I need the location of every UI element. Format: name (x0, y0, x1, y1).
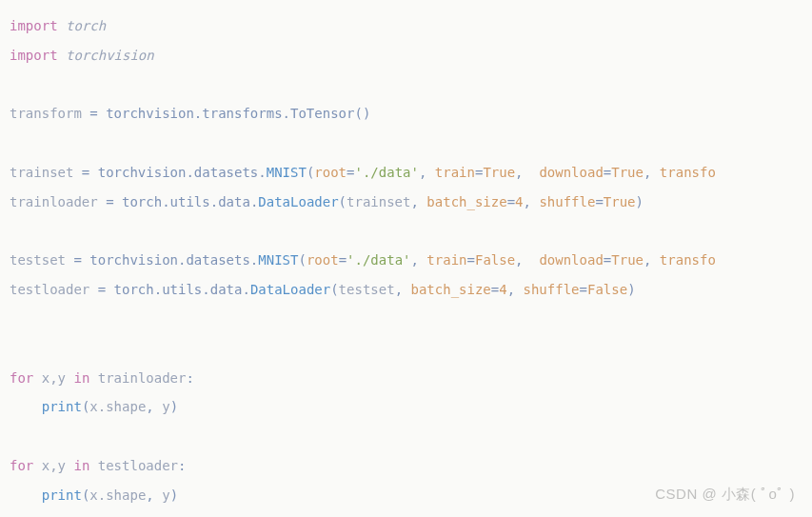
identifier: y (162, 399, 169, 414)
comma: , (146, 487, 162, 503)
code-block: import torch import torchvision transfor… (10, 11, 812, 510)
attribute-chain: torchvision.transforms.ToTensor (106, 106, 354, 121)
identifier: x,y (42, 458, 66, 473)
bool-literal: False (587, 282, 627, 297)
blank-line (10, 305, 812, 334)
comma: , (515, 252, 539, 268)
identifier: y (162, 487, 169, 503)
bool-literal: True (604, 194, 636, 209)
kwarg: transfo (660, 252, 716, 268)
blank-line (10, 217, 812, 247)
identifier: testset (10, 252, 73, 268)
keyword-for: for (10, 370, 33, 386)
identifier: x,y (42, 370, 66, 386)
operator-assign: = (604, 165, 611, 180)
watermark-text: CSDN @ 小森( ﾟoﾟ ) (655, 478, 795, 509)
operator-assign: = (98, 282, 114, 297)
module-name: torchvision (66, 48, 154, 63)
kwarg: root (307, 252, 339, 268)
operator-assign: = (507, 194, 515, 209)
code-line: import torchvision (10, 41, 812, 70)
code-line: transform = torchvision.transforms.ToTen… (10, 99, 812, 129)
paren: ( (298, 252, 306, 268)
identifier: trainset (10, 165, 82, 180)
blank-line (10, 334, 812, 364)
operator-assign: = (595, 194, 603, 209)
kwarg: download (539, 165, 603, 180)
kwarg: train (426, 252, 466, 268)
kwarg: shuffle (524, 282, 580, 297)
identifier: testset (339, 282, 395, 297)
number-literal: 4 (515, 194, 523, 209)
operator-assign: = (106, 194, 122, 209)
blank-line (10, 129, 812, 158)
keyword-for: for (10, 458, 33, 473)
comma: , (419, 165, 435, 180)
comma: , (524, 194, 540, 209)
number-literal: 4 (499, 282, 506, 297)
operator-assign: = (82, 165, 98, 180)
identifier: testloader (10, 282, 98, 297)
comma: , (146, 399, 162, 414)
identifier: trainloader (98, 370, 187, 386)
blank-line (10, 70, 812, 100)
bool-literal: True (611, 252, 644, 268)
attribute-chain: torchvision.datasets. (89, 252, 258, 268)
call-name: print (42, 487, 82, 503)
paren: () (354, 106, 370, 121)
code-line: import torch (10, 11, 812, 41)
operator-assign: = (89, 106, 106, 121)
bool-literal: True (483, 165, 515, 180)
call-name: DataLoader (258, 194, 338, 209)
call-name: print (42, 399, 82, 414)
blank-line (10, 422, 812, 451)
indent (10, 399, 42, 414)
code-line: trainloader = torch.utils.data.DataLoade… (10, 188, 812, 217)
operator-assign: = (580, 282, 587, 297)
identifier: transform (10, 106, 89, 121)
attribute-chain: torch.utils.data. (114, 282, 250, 297)
indent (10, 487, 42, 503)
kwarg: batch_size (410, 282, 490, 297)
comma: , (644, 165, 660, 180)
comma: , (395, 282, 411, 297)
operator-assign: = (73, 252, 89, 268)
kwarg: shuffle (539, 194, 595, 209)
kwarg: download (539, 252, 603, 268)
kwarg: train (435, 165, 475, 180)
comma: , (515, 165, 539, 180)
identifier: trainloader (10, 194, 106, 209)
operator-assign: = (339, 252, 347, 268)
kwarg: transfo (660, 165, 716, 180)
keyword-in: in (73, 370, 89, 386)
module-name: torch (66, 18, 106, 33)
paren: ) (170, 487, 178, 503)
paren: ) (170, 399, 178, 414)
operator-assign: = (467, 252, 475, 268)
comma: , (411, 252, 427, 268)
call-name: DataLoader (250, 282, 330, 297)
keyword-import: import (10, 18, 58, 33)
kwarg: root (314, 165, 347, 180)
space (33, 458, 41, 473)
attribute-chain: torch.utils.data. (122, 194, 258, 209)
identifier: testloader (98, 458, 178, 473)
keyword-import: import (10, 48, 58, 63)
space (89, 370, 97, 386)
operator-assign: = (491, 282, 499, 297)
identifier: x.shape (89, 487, 146, 503)
string-literal: './data' (347, 252, 410, 268)
paren: ) (627, 282, 635, 297)
identifier: trainset (347, 194, 410, 209)
paren: ) (636, 194, 644, 209)
code-line: testset = torchvision.datasets.MNIST(roo… (10, 246, 812, 275)
comma: , (410, 194, 426, 209)
code-line: testloader = torch.utils.data.DataLoader… (10, 275, 812, 305)
call-name: MNIST (258, 252, 298, 268)
bool-literal: True (611, 165, 644, 180)
code-line: for x,y in trainloader: (10, 364, 812, 393)
call-name: MNIST (267, 165, 307, 180)
paren: ( (339, 194, 347, 209)
attribute-chain: torchvision.datasets. (98, 165, 267, 180)
code-line: trainset = torchvision.datasets.MNIST(ro… (10, 158, 812, 188)
